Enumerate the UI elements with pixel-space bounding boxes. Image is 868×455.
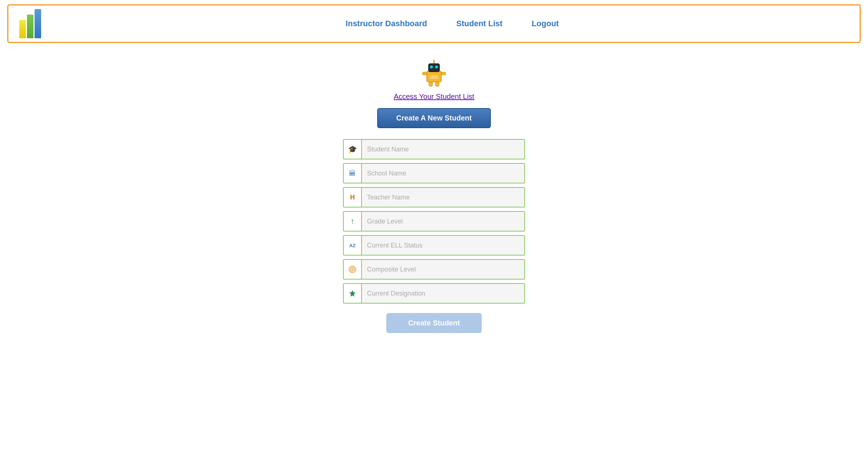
grade-level-field: ↑ (343, 211, 525, 232)
current-designation-field (343, 283, 525, 304)
student-name-input[interactable] (362, 140, 524, 159)
create-new-student-button[interactable]: Create A New Student (377, 108, 490, 128)
svg-point-3 (435, 66, 438, 68)
az-icon: AZ (344, 236, 362, 255)
teacher-name-field: H (343, 187, 525, 207)
access-student-list-link[interactable]: Access Your Student List (394, 92, 474, 101)
star-icon (344, 284, 362, 303)
h-icon: H (344, 188, 362, 207)
svg-rect-9 (435, 82, 439, 86)
ell-status-input[interactable] (362, 236, 524, 255)
navbar: Instructor Dashboard Student List Logout (7, 4, 861, 43)
create-student-button[interactable]: Create Student (386, 313, 482, 333)
school-name-field: 🏛 (343, 163, 525, 183)
bar-yellow (19, 20, 26, 38)
svg-point-13 (352, 269, 353, 270)
teacher-name-input[interactable] (362, 188, 524, 207)
grade-arrow-icon: ↑ (344, 212, 362, 231)
svg-marker-14 (349, 290, 356, 297)
bar-green (27, 15, 33, 38)
svg-rect-8 (429, 82, 433, 86)
logout-link[interactable]: Logout (532, 19, 559, 28)
bank-icon: 🏛 (344, 164, 362, 183)
svg-rect-1 (429, 64, 439, 72)
student-list-link[interactable]: Student List (456, 19, 502, 28)
bar-blue (35, 9, 41, 38)
svg-point-2 (430, 66, 433, 68)
graduation-cap-icon: 🎓 (344, 140, 362, 159)
nav-links: Instructor Dashboard Student List Logout (56, 19, 849, 28)
ell-status-field: AZ (343, 235, 525, 256)
svg-rect-7 (441, 72, 446, 75)
svg-rect-6 (422, 72, 427, 75)
school-name-input[interactable] (362, 164, 524, 183)
composite-level-field (343, 259, 525, 280)
navbar-logo (19, 9, 41, 38)
svg-point-5 (433, 60, 435, 62)
instructor-dashboard-link[interactable]: Instructor Dashboard (346, 19, 427, 28)
student-name-field: 🎓 (343, 139, 525, 159)
current-designation-input[interactable] (362, 284, 524, 303)
grade-level-input[interactable] (362, 212, 524, 231)
robot-icon (419, 58, 449, 89)
target-icon (344, 260, 362, 279)
composite-level-input[interactable] (362, 260, 524, 279)
student-form: 🎓 🏛 H ↑ AZ (343, 139, 525, 333)
svg-rect-10 (430, 75, 438, 79)
main-content: Access Your Student List Create A New St… (0, 47, 868, 333)
